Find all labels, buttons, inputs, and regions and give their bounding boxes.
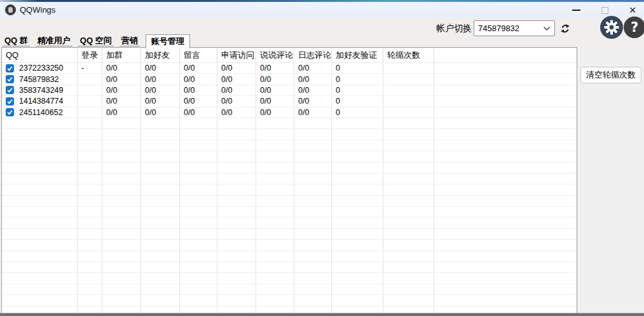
column-header-1[interactable]: 登录 bbox=[78, 48, 102, 62]
table-empty-row bbox=[2, 284, 577, 295]
table-cell bbox=[383, 163, 434, 174]
column-header-9[interactable]: 轮循次数 bbox=[383, 48, 434, 62]
table-cell bbox=[141, 184, 180, 195]
table-cell bbox=[180, 262, 217, 273]
minimize-icon bbox=[572, 10, 580, 11]
table-empty-row bbox=[2, 141, 577, 151]
table-cell-filler bbox=[434, 262, 577, 273]
row-checkbox[interactable] bbox=[6, 86, 14, 94]
table-cell bbox=[383, 74, 434, 85]
table-cell bbox=[180, 174, 217, 184]
table-cell bbox=[383, 196, 434, 207]
table-cell: 0/0 bbox=[217, 74, 256, 85]
table-cell bbox=[256, 273, 294, 284]
table-cell bbox=[78, 284, 102, 295]
tab-qq-zone[interactable]: QQ 空间 bbox=[78, 35, 114, 46]
table-cell bbox=[383, 284, 434, 295]
table-cell bbox=[2, 174, 78, 184]
table-cell-filler bbox=[434, 74, 577, 85]
column-header-3[interactable]: 加好友 bbox=[141, 48, 180, 62]
column-header-4[interactable]: 留言 bbox=[180, 48, 217, 62]
table-cell bbox=[256, 217, 294, 228]
table-row[interactable]: 35837432490/00/00/00/00/00/00 bbox=[2, 85, 577, 96]
table-cell bbox=[383, 217, 434, 228]
table-cell bbox=[383, 151, 434, 162]
table-cell bbox=[78, 262, 102, 273]
table-cell bbox=[294, 129, 332, 140]
close-button[interactable]: × bbox=[624, 3, 641, 17]
minimize-button[interactable] bbox=[568, 3, 584, 17]
tab-marketing[interactable]: 营销 bbox=[120, 35, 140, 46]
table-cell-filler bbox=[434, 273, 577, 284]
table-cell bbox=[78, 174, 102, 184]
qqwings-app-icon bbox=[5, 4, 16, 15]
table-row[interactable]: 24511406520/00/00/00/00/00/00 bbox=[2, 107, 577, 118]
app-window: QQWings × 帐户切换 745879832 bbox=[0, 0, 644, 316]
column-header-7[interactable]: 日志评论 bbox=[294, 48, 332, 62]
window-frame-bottom bbox=[0, 313, 644, 316]
table-cell: 0 bbox=[332, 74, 383, 85]
column-header-8[interactable]: 加好友验证 bbox=[332, 48, 383, 62]
table-cell bbox=[383, 240, 434, 251]
table-cell bbox=[2, 295, 78, 306]
table-cell bbox=[180, 240, 217, 251]
clear-loop-counts-button[interactable]: 清空轮循次数 bbox=[580, 67, 641, 83]
row-checkbox[interactable] bbox=[6, 75, 14, 83]
table-cell bbox=[217, 295, 256, 306]
help-button[interactable]: ? bbox=[624, 17, 644, 38]
table-cell bbox=[383, 96, 434, 107]
table-cell bbox=[332, 207, 383, 217]
table-cell bbox=[217, 129, 256, 140]
row-checkbox[interactable] bbox=[6, 97, 14, 106]
maximize-button[interactable] bbox=[597, 3, 612, 17]
maximize-icon bbox=[601, 7, 608, 14]
table-cell bbox=[256, 284, 294, 295]
tab-account-management[interactable]: 账号管理 bbox=[146, 34, 190, 48]
account-select[interactable]: 745879832 bbox=[474, 20, 555, 36]
table-empty-row bbox=[2, 163, 577, 174]
table-empty-row bbox=[2, 229, 577, 240]
table-row[interactable]: 7458798320/00/00/00/00/00/00 bbox=[2, 74, 577, 85]
table-cell-filler bbox=[434, 229, 577, 240]
table-cell bbox=[78, 229, 102, 240]
settings-button[interactable] bbox=[600, 16, 623, 39]
table-empty-row bbox=[2, 129, 577, 140]
row-checkbox[interactable] bbox=[6, 64, 14, 72]
table-empty-row bbox=[2, 251, 577, 262]
column-header-2[interactable]: 加群 bbox=[102, 48, 141, 62]
tab-precise-users[interactable]: 精准用户 bbox=[36, 35, 72, 46]
tab-qq-group[interactable]: QQ 群 bbox=[3, 35, 30, 46]
table-cell: 0/0 bbox=[294, 85, 332, 96]
table-cell bbox=[2, 129, 78, 140]
qq-number: 1414384774 bbox=[19, 97, 64, 106]
refresh-accounts-button[interactable] bbox=[556, 20, 574, 36]
table-cell bbox=[102, 217, 141, 228]
table-cell bbox=[141, 240, 180, 251]
table-cell bbox=[256, 207, 294, 217]
column-header-0[interactable]: QQ bbox=[2, 48, 78, 62]
table-row[interactable]: 2372233250-0/00/00/00/00/00/00 bbox=[2, 63, 577, 74]
account-select-value: 745879832 bbox=[478, 24, 543, 33]
table-cell: 0/0 bbox=[217, 107, 256, 118]
table-cell bbox=[141, 163, 180, 174]
row-checkbox[interactable] bbox=[6, 108, 14, 116]
table-cell: 0/0 bbox=[141, 85, 180, 96]
column-header-6[interactable]: 说说评论 bbox=[256, 48, 294, 62]
table-cell bbox=[294, 251, 332, 262]
table-cell bbox=[256, 251, 294, 262]
table-row[interactable]: 14143847740/00/00/00/00/00/00 bbox=[2, 96, 577, 107]
table-empty-row bbox=[2, 207, 577, 217]
column-header-5[interactable]: 申请访问 bbox=[217, 48, 256, 62]
table-empty-row bbox=[2, 306, 577, 313]
table-empty-row bbox=[2, 118, 577, 129]
table-cell bbox=[141, 118, 180, 129]
table-cell bbox=[2, 306, 78, 313]
table-cell bbox=[256, 306, 294, 313]
table-cell: 0/0 bbox=[141, 96, 180, 107]
table-cell bbox=[383, 118, 434, 129]
table-cell bbox=[180, 295, 217, 306]
table-cell bbox=[217, 262, 256, 273]
table-cell bbox=[294, 207, 332, 217]
table-cell bbox=[383, 295, 434, 306]
table-cell: 2372233250 bbox=[2, 63, 78, 74]
